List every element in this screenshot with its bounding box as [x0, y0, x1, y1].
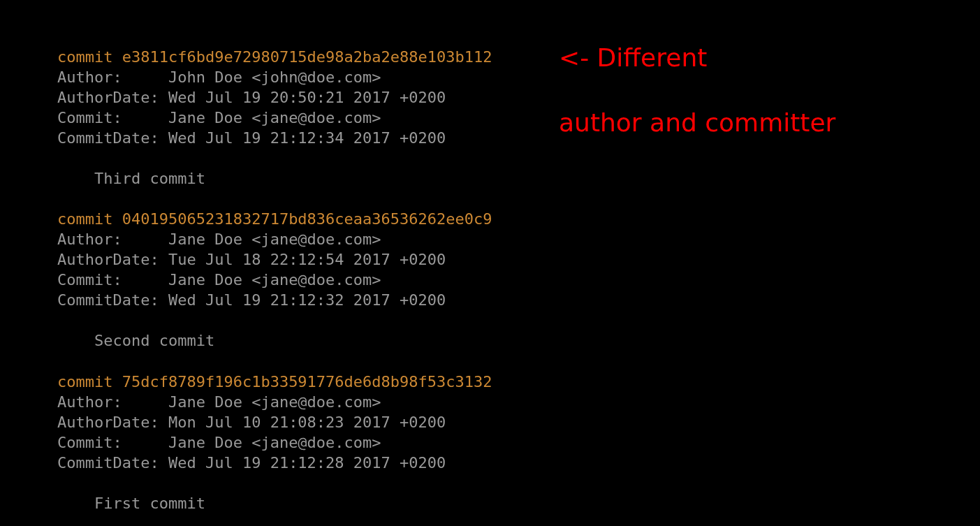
commit-message: Second commit: [57, 332, 214, 349]
annotation-callout: <- Different author and committer: [559, 39, 835, 142]
annotation-line-1: <- Different: [559, 39, 835, 76]
author-date-line: AuthorDate: Mon Jul 10 21:08:23 2017 +02…: [57, 414, 446, 431]
author-date-line: AuthorDate: Tue Jul 18 22:12:54 2017 +02…: [57, 251, 446, 268]
committer-line: Commit: Jane Doe <jane@doe.com>: [57, 434, 381, 451]
commit-date-line: CommitDate: Wed Jul 19 21:12:28 2017 +02…: [57, 454, 446, 472]
author-line: Author: Jane Doe <jane@doe.com>: [57, 231, 381, 248]
commit-date-line: CommitDate: Wed Jul 19 21:12:34 2017 +02…: [57, 129, 446, 147]
committer-line: Commit: Jane Doe <jane@doe.com>: [57, 109, 381, 126]
commit-hash-line: commit e3811cf6bd9e72980715de98a2ba2e88e…: [57, 48, 492, 66]
commit-hash-line: commit 75dcf8789f196c1b33591776de6d8b98f…: [57, 373, 492, 390]
commit-message: Third commit: [57, 170, 205, 187]
commit-date-line: CommitDate: Wed Jul 19 21:12:32 2017 +02…: [57, 291, 446, 309]
git-log-output: commit e3811cf6bd9e72980715de98a2ba2e88e…: [57, 27, 492, 513]
committer-line: Commit: Jane Doe <jane@doe.com>: [57, 271, 381, 288]
commit-message: First commit: [57, 495, 205, 512]
author-line: Author: Jane Doe <jane@doe.com>: [57, 393, 381, 411]
author-date-line: AuthorDate: Wed Jul 19 20:50:21 2017 +02…: [57, 89, 446, 106]
commit-hash-line: commit 040195065231832717bd836ceaa365362…: [57, 210, 492, 228]
annotation-line-2: author and committer: [559, 104, 835, 141]
author-line: Author: John Doe <john@doe.com>: [57, 68, 381, 86]
